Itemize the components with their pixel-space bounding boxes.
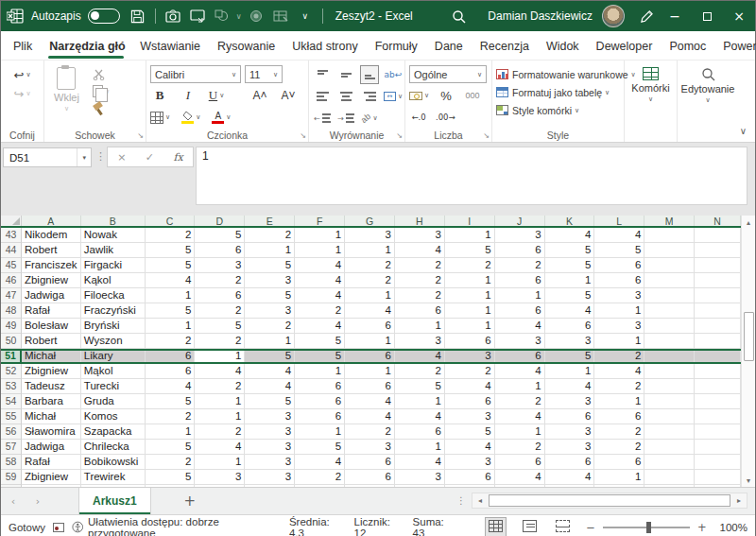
cell-M45[interactable] bbox=[644, 258, 695, 273]
cell-F47[interactable]: 4 bbox=[295, 288, 345, 303]
cell-L57[interactable]: 2 bbox=[594, 440, 644, 455]
decrease-indent-button[interactable]: ← bbox=[313, 109, 332, 128]
vertical-scrollbar[interactable]: ▴ ▾ bbox=[741, 216, 755, 487]
cell-G58[interactable]: 6 bbox=[345, 455, 395, 470]
font-name-combobox[interactable]: Calibri∨ bbox=[150, 65, 241, 83]
cell-J43[interactable]: 3 bbox=[495, 228, 545, 243]
cell-L53[interactable]: 2 bbox=[594, 379, 644, 394]
tab-pomoc[interactable]: Pomoc bbox=[661, 33, 714, 59]
cell-G49[interactable]: 6 bbox=[345, 319, 395, 334]
cell-J56[interactable]: 1 bbox=[495, 424, 545, 440]
camera-icon[interactable] bbox=[161, 4, 185, 28]
cell-L54[interactable]: 1 bbox=[594, 394, 644, 409]
cell-A51[interactable]: Michał bbox=[22, 351, 81, 362]
cell-A56[interactable]: Sławomira bbox=[22, 424, 81, 440]
column-header-G[interactable]: G bbox=[345, 216, 395, 226]
cell-N57[interactable] bbox=[695, 440, 741, 455]
align-left-button[interactable] bbox=[313, 87, 332, 106]
cell-J47[interactable]: 1 bbox=[495, 288, 545, 303]
column-header-M[interactable]: M bbox=[644, 216, 695, 226]
column-header-J[interactable]: J bbox=[495, 216, 545, 226]
slideshow-icon[interactable] bbox=[185, 4, 210, 28]
cell-K58[interactable]: 6 bbox=[545, 455, 595, 470]
cell-J48[interactable]: 6 bbox=[495, 303, 545, 319]
column-header-A[interactable]: A bbox=[22, 216, 81, 226]
cell-N49[interactable] bbox=[695, 319, 741, 334]
cell-E46[interactable]: 3 bbox=[245, 273, 295, 288]
cell-C57[interactable]: 5 bbox=[146, 440, 196, 455]
decrease-decimal-button[interactable]: .00→ bbox=[436, 108, 455, 127]
cell-B53[interactable]: Turecki bbox=[81, 379, 146, 394]
cell-H51[interactable]: 4 bbox=[395, 351, 445, 362]
cell-A54[interactable]: Barbara bbox=[22, 394, 81, 409]
row-header-58[interactable]: 58 bbox=[1, 455, 22, 470]
cell-E47[interactable]: 5 bbox=[245, 288, 295, 303]
cell-K43[interactable]: 4 bbox=[545, 228, 595, 243]
row-header-43[interactable]: 43 bbox=[1, 228, 22, 243]
column-header-N[interactable]: N bbox=[695, 216, 741, 226]
cell-B57[interactable]: Chrilecka bbox=[81, 440, 146, 455]
cell-H53[interactable]: 5 bbox=[395, 379, 445, 394]
scroll-up-icon[interactable]: ▴ bbox=[742, 216, 755, 229]
cell-H44[interactable]: 4 bbox=[395, 243, 445, 258]
column-header-D[interactable]: D bbox=[195, 216, 245, 226]
zoom-track[interactable] bbox=[603, 527, 690, 528]
name-box[interactable]: D51▾ bbox=[3, 147, 92, 167]
cell-C59[interactable]: 5 bbox=[146, 470, 196, 485]
tab-formu-y[interactable]: Formuły bbox=[367, 33, 426, 59]
cell-J58[interactable]: 6 bbox=[495, 455, 545, 470]
cell-N45[interactable] bbox=[695, 258, 741, 273]
row-header-55[interactable]: 55 bbox=[1, 409, 22, 424]
page-layout-view-button[interactable] bbox=[520, 518, 540, 536]
cell-N50[interactable] bbox=[695, 334, 741, 349]
cell-J44[interactable]: 6 bbox=[495, 243, 545, 258]
cell-L45[interactable]: 6 bbox=[594, 258, 644, 273]
cell-K48[interactable]: 4 bbox=[545, 303, 595, 319]
cell-N58[interactable] bbox=[695, 455, 741, 470]
cell-M43[interactable] bbox=[644, 228, 695, 243]
cell-D51[interactable]: 1 bbox=[195, 351, 245, 362]
font-size-combobox[interactable]: 11∨ bbox=[245, 65, 283, 83]
cell-N52[interactable] bbox=[695, 364, 741, 379]
cell-M53[interactable] bbox=[644, 379, 695, 394]
cell-J49[interactable]: 4 bbox=[495, 319, 545, 334]
row-header-50[interactable]: 50 bbox=[1, 334, 22, 349]
cell-H52[interactable]: 2 bbox=[395, 364, 445, 379]
cell-M50[interactable] bbox=[644, 334, 695, 349]
cell-D52[interactable]: 4 bbox=[195, 364, 245, 379]
cell-N44[interactable] bbox=[695, 243, 741, 258]
cell-H55[interactable]: 4 bbox=[395, 409, 445, 424]
cell-N59[interactable] bbox=[695, 470, 741, 485]
scroll-down-icon[interactable]: ▾ bbox=[742, 474, 755, 487]
cell-K59[interactable]: 4 bbox=[545, 470, 595, 485]
cell-J46[interactable]: 6 bbox=[495, 273, 545, 288]
row-header-59[interactable]: 59 bbox=[1, 470, 22, 485]
cell-E52[interactable]: 4 bbox=[245, 364, 295, 379]
cell-A49[interactable]: Bolesław bbox=[22, 319, 81, 334]
cell-L58[interactable]: 6 bbox=[594, 455, 644, 470]
align-bottom-button[interactable] bbox=[360, 65, 379, 84]
confirm-entry-icon[interactable]: ✓ bbox=[146, 151, 154, 164]
cell-M48[interactable] bbox=[644, 303, 695, 319]
row-header-46[interactable]: 46 bbox=[1, 273, 22, 288]
column-header-L[interactable]: L bbox=[594, 216, 644, 226]
cell-J50[interactable]: 3 bbox=[495, 334, 545, 349]
cell-F49[interactable]: 4 bbox=[295, 319, 345, 334]
cell-J55[interactable]: 4 bbox=[495, 409, 545, 424]
column-header-C[interactable]: C bbox=[146, 216, 196, 226]
cell-G54[interactable]: 4 bbox=[345, 394, 395, 409]
cell-E53[interactable]: 4 bbox=[245, 379, 295, 394]
cell-C46[interactable]: 4 bbox=[146, 273, 196, 288]
cell-G53[interactable]: 6 bbox=[345, 379, 395, 394]
tab-recenzja[interactable]: Recenzja bbox=[472, 33, 538, 59]
add-sheet-button[interactable]: + bbox=[176, 488, 204, 514]
grow-font-button[interactable]: A˄ bbox=[250, 86, 269, 105]
cell-K44[interactable]: 5 bbox=[545, 243, 595, 258]
cell-M57[interactable] bbox=[644, 440, 695, 455]
cell-A57[interactable]: Jadwiga bbox=[22, 440, 81, 455]
column-header-H[interactable]: H bbox=[395, 216, 445, 226]
cell-M47[interactable] bbox=[644, 288, 695, 303]
row-header-49[interactable]: 49 bbox=[1, 319, 22, 334]
cell-F56[interactable]: 1 bbox=[295, 424, 345, 440]
cell-N55[interactable] bbox=[695, 409, 741, 424]
